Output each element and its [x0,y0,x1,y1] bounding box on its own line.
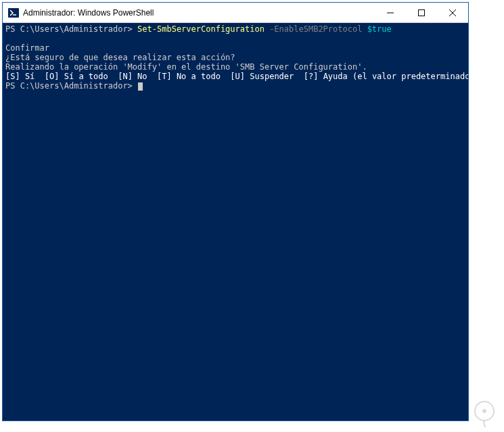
minimize-button[interactable] [375,3,406,23]
blank-line [5,34,465,43]
confirm-question: ¿Está seguro de que desea realizar esta … [5,53,465,62]
prompt-text: PS C:\Users\Administrador> [5,24,137,34]
option-suspender: [U] Suspender [221,72,294,81]
close-button[interactable] [437,3,468,23]
window-title: Administrador: Windows PowerShell [23,8,375,18]
param-value: $true [367,24,392,34]
prompt-line-2: PS C:\Users\Administrador> [5,81,465,91]
window-controls [375,3,468,22]
option-no-todo: [T] No a todo [147,72,221,81]
option-no: [N] No [108,72,147,81]
titlebar[interactable]: Administrador: Windows PowerShell [3,3,468,23]
maximize-button[interactable] [406,3,437,23]
option-help: [?] Ayuda (el valor predeterminado es "S… [294,72,468,81]
watermark-icon [468,396,501,429]
cmdlet-name: Set-SmbServerConfiguration [137,24,265,34]
terminal-content[interactable]: PS C:\Users\Administrador> Set-SmbServer… [3,23,468,421]
powershell-window: Administrador: Windows PowerShell PS C:\… [2,2,469,421]
command-line: PS C:\Users\Administrador> Set-SmbServer… [5,24,465,34]
confirm-header: Confirmar [5,43,465,53]
option-si-todo: [O] Sí a todo [35,72,108,81]
param-name: -EnableSMB2Protocol [265,24,367,34]
powershell-icon [8,7,19,18]
svg-point-7 [482,409,486,413]
svg-rect-3 [419,10,425,16]
option-si: [S] Sí [5,72,35,81]
options-line: [S] Sí [O] Sí a todo [N] No [T] No a tod… [5,72,465,81]
cursor [138,82,143,91]
confirm-operation: Realizando la operación 'Modify' en el d… [5,62,465,72]
prompt-text-2: PS C:\Users\Administrador> [5,81,137,91]
